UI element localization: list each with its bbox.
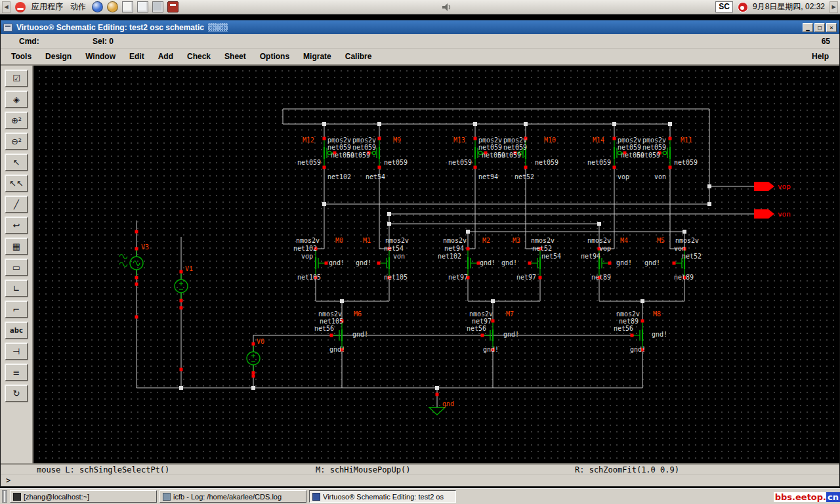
- net-label[interactable]: net94: [581, 253, 600, 260]
- net-label[interactable]: net52: [514, 173, 534, 180]
- net-label[interactable]: pmos2v: [327, 136, 351, 144]
- web-browser-icon[interactable]: [92, 1, 103, 12]
- net-label[interactable]: net105: [297, 274, 321, 281]
- instance-label[interactable]: M9: [393, 136, 401, 144]
- net-label[interactable]: vop: [301, 253, 313, 260]
- net-label[interactable]: net97: [448, 274, 468, 281]
- net-label[interactable]: gnd!: [356, 259, 371, 266]
- pin-tool[interactable]: ⊣: [5, 343, 28, 360]
- net-label[interactable]: gnd!: [616, 259, 632, 266]
- net-label[interactable]: von: [674, 245, 686, 252]
- screenshot-icon[interactable]: [152, 1, 163, 12]
- instance-label[interactable]: M13: [453, 136, 465, 144]
- maximize-button[interactable]: □: [814, 23, 825, 32]
- net-label[interactable]: net059: [535, 159, 558, 166]
- actions-menu[interactable]: 动作: [69, 1, 87, 12]
- task-icfb-log[interactable]: icfb - Log: /home/akarlee/CDS.log: [159, 490, 306, 503]
- menu-migrate[interactable]: Migrate: [303, 52, 331, 61]
- net-label[interactable]: net105: [384, 274, 408, 281]
- instance-label[interactable]: M12: [303, 136, 314, 144]
- zoom-in-2x-tool[interactable]: ⊕²: [5, 112, 28, 129]
- net-label[interactable]: pmos2v: [478, 136, 502, 144]
- scim-icon[interactable]: [738, 2, 748, 12]
- output-pin-vop[interactable]: vop: [754, 182, 791, 191]
- instance-label[interactable]: V3: [141, 243, 149, 251]
- net-label[interactable]: net059: [587, 159, 611, 166]
- instance-label[interactable]: V0: [257, 338, 264, 345]
- net-label[interactable]: pmos2v: [503, 136, 527, 144]
- wire-name-tool[interactable]: ▭: [5, 259, 28, 276]
- instance-label[interactable]: M1: [363, 237, 371, 244]
- net-label[interactable]: net059: [352, 144, 376, 151]
- net-label[interactable]: nmos2v: [443, 237, 467, 244]
- vsource-V1[interactable]: [175, 270, 188, 303]
- net-label[interactable]: gnd!: [630, 346, 646, 353]
- output-pin-von[interactable]: von: [754, 209, 791, 219]
- task-terminal[interactable]: [zhang@localhost:~]: [10, 490, 157, 503]
- applications-menu[interactable]: 应用程序: [30, 1, 64, 12]
- stretch-tool[interactable]: ↖: [5, 154, 28, 171]
- delete-tool[interactable]: ╱: [5, 196, 28, 213]
- net-label[interactable]: net54: [366, 173, 385, 180]
- net-label[interactable]: gnd!: [483, 346, 499, 353]
- net-label[interactable]: net059: [448, 159, 472, 166]
- volume-icon[interactable]: [442, 3, 452, 12]
- net-label[interactable]: net102: [327, 173, 351, 180]
- net-label[interactable]: von: [654, 173, 666, 180]
- net-label[interactable]: net94: [444, 245, 464, 252]
- menu-add[interactable]: Add: [158, 52, 173, 61]
- panel-hide-left-button[interactable]: ◀: [2, 1, 10, 13]
- net-label[interactable]: vop: [618, 173, 629, 180]
- menu-edit[interactable]: Edit: [129, 52, 144, 61]
- net-label[interactable]: net52: [532, 245, 552, 252]
- save-tool[interactable]: ◈: [5, 91, 28, 108]
- instance-label[interactable]: gnd: [442, 400, 454, 408]
- menu-window[interactable]: Window: [85, 52, 116, 61]
- net-label[interactable]: net059: [618, 144, 641, 151]
- net-label[interactable]: net059: [637, 152, 660, 159]
- net-label[interactable]: net059: [674, 159, 698, 166]
- zoom-out-2x-tool[interactable]: ⊖²: [5, 133, 28, 150]
- redhat-menu-icon[interactable]: [15, 2, 26, 12]
- net-label[interactable]: nmos2v: [587, 237, 611, 244]
- wire-wide-tool[interactable]: ⌐: [5, 301, 28, 318]
- instance-label[interactable]: M10: [544, 136, 556, 144]
- ground-symbol[interactable]: [429, 408, 445, 415]
- close-button[interactable]: ×: [826, 23, 837, 32]
- net-label[interactable]: net059: [297, 159, 321, 166]
- task-virtuoso[interactable]: Virtuoso® Schematic Editing: test2 os: [309, 490, 456, 503]
- undo-tool[interactable]: ↩: [5, 217, 28, 234]
- net-label[interactable]: pmos2v: [618, 136, 641, 144]
- net-label[interactable]: net102: [438, 253, 461, 260]
- instance-label[interactable]: V1: [185, 265, 193, 272]
- input-method-indicator[interactable]: SC: [715, 1, 733, 12]
- instance-label[interactable]: M7: [506, 310, 514, 318]
- copy-tool[interactable]: ↖↖: [5, 175, 28, 192]
- minimize-button[interactable]: ▁: [803, 23, 813, 32]
- menu-sheet[interactable]: Sheet: [224, 52, 246, 61]
- wire-narrow-tool[interactable]: ∟: [5, 280, 28, 297]
- net-label[interactable]: gnd!: [652, 331, 667, 338]
- net-label[interactable]: net059: [384, 159, 408, 166]
- instance-label[interactable]: M4: [620, 237, 628, 244]
- net-label[interactable]: nmos2v: [469, 310, 493, 318]
- check-save-tool[interactable]: ☑: [5, 70, 28, 87]
- property-tool[interactable]: ≡: [5, 364, 28, 381]
- net-label[interactable]: net94: [478, 173, 498, 180]
- net-label[interactable]: net059: [503, 144, 527, 151]
- menu-design[interactable]: Design: [45, 52, 72, 61]
- net-label[interactable]: nmos2v: [385, 237, 409, 244]
- net-label[interactable]: nmos2v: [318, 310, 342, 318]
- net-label[interactable]: net102: [293, 245, 317, 252]
- net-label[interactable]: nmos2v: [616, 310, 640, 318]
- net-label[interactable]: gnd!: [480, 259, 495, 266]
- instance-label[interactable]: M0: [335, 237, 343, 244]
- net-label[interactable]: net56: [467, 325, 486, 332]
- net-label[interactable]: nmos2v: [296, 237, 320, 244]
- menu-tools[interactable]: Tools: [11, 52, 32, 61]
- net-label[interactable]: gnd!: [352, 331, 368, 338]
- net-label[interactable]: net105: [320, 318, 343, 325]
- net-label[interactable]: gnd!: [329, 346, 345, 353]
- menu-help[interactable]: Help: [812, 52, 829, 61]
- net-label[interactable]: von: [393, 253, 405, 260]
